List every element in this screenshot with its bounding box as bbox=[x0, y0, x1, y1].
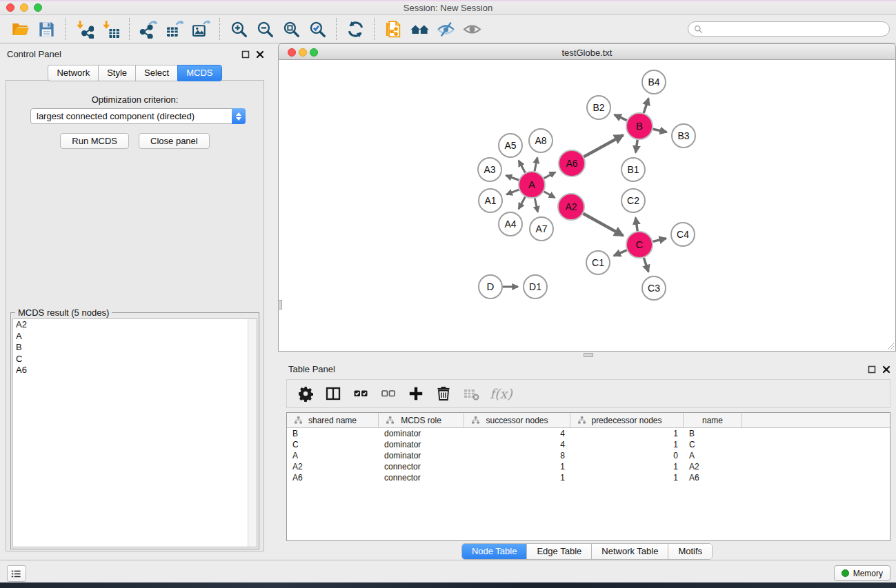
edge-C-C1[interactable] bbox=[614, 250, 627, 256]
tab-node-table[interactable]: Node Table bbox=[462, 544, 528, 559]
tab-network-table[interactable]: Network Table bbox=[592, 544, 668, 559]
edge-A-A7[interactable] bbox=[535, 199, 537, 212]
delete-table-button[interactable] bbox=[459, 382, 483, 405]
open-session-button[interactable] bbox=[7, 17, 33, 41]
function-builder-button[interactable]: f(x) bbox=[490, 386, 512, 401]
table-cell[interactable]: A6 bbox=[684, 472, 742, 483]
zoom-selected-button[interactable] bbox=[304, 17, 330, 41]
node-B4[interactable]: B4 bbox=[642, 70, 666, 94]
table-row[interactable]: A2connector11A2 bbox=[287, 461, 890, 472]
node-A3[interactable]: A3 bbox=[478, 158, 501, 181]
table-cell[interactable]: 4 bbox=[464, 428, 570, 439]
edge-C-C2[interactable] bbox=[635, 218, 637, 231]
vertical-splitter-handle[interactable] bbox=[278, 300, 282, 310]
node-A[interactable]: A bbox=[519, 172, 545, 198]
node-C2[interactable]: C2 bbox=[621, 189, 645, 212]
tab-select[interactable]: Select bbox=[135, 65, 177, 81]
table-cell[interactable]: B bbox=[287, 428, 379, 439]
tab-motifs[interactable]: Motifs bbox=[668, 544, 712, 559]
edge-C-C3[interactable] bbox=[644, 258, 648, 272]
node-A5[interactable]: A5 bbox=[499, 134, 522, 157]
network-graph[interactable]: B4B2BB3A5A8A6A3B1AA1C2A2A4A7C4CC1C3DD1 bbox=[279, 60, 895, 350]
node-A1[interactable]: A1 bbox=[479, 189, 502, 212]
table-cell[interactable]: dominator bbox=[379, 428, 464, 439]
search-input[interactable] bbox=[706, 24, 884, 34]
edge-A-A8[interactable] bbox=[535, 157, 537, 171]
table-cell[interactable]: 1 bbox=[464, 472, 570, 483]
save-session-button[interactable] bbox=[33, 17, 59, 41]
node-D1[interactable]: D1 bbox=[524, 275, 547, 298]
node-B3[interactable]: B3 bbox=[672, 124, 695, 148]
table-cell[interactable]: 0 bbox=[570, 450, 684, 461]
mcds-result-item[interactable]: A2 bbox=[13, 319, 257, 331]
new-network-file-button[interactable] bbox=[380, 17, 406, 41]
node-B2[interactable]: B2 bbox=[587, 96, 610, 119]
table-row[interactable]: Adominator80A bbox=[287, 450, 890, 461]
column-header-shared-name[interactable]: shared name bbox=[287, 413, 379, 427]
select-all-columns-button[interactable] bbox=[349, 382, 372, 405]
edge-A-A5[interactable] bbox=[519, 161, 526, 172]
edge-A6-B[interactable] bbox=[584, 135, 624, 156]
import-table-button[interactable] bbox=[97, 17, 123, 41]
first-neighbors-button[interactable] bbox=[406, 17, 432, 41]
table-row[interactable]: Cdominator41C bbox=[287, 439, 890, 450]
edge-B-B3[interactable] bbox=[653, 129, 667, 132]
tab-style[interactable]: Style bbox=[98, 65, 135, 81]
table-cell[interactable]: 8 bbox=[464, 450, 570, 461]
close-table-panel-icon[interactable] bbox=[882, 364, 890, 372]
table-cell[interactable]: C bbox=[684, 439, 742, 450]
table-cell[interactable]: dominator bbox=[379, 439, 464, 450]
zoom-in-button[interactable] bbox=[226, 17, 252, 41]
zoom-out-button[interactable] bbox=[252, 17, 278, 41]
table-cell[interactable]: A6 bbox=[287, 472, 379, 483]
tab-network[interactable]: Network bbox=[48, 65, 98, 81]
table-row[interactable]: Bdominator41B bbox=[287, 428, 890, 439]
result-scrollbar[interactable] bbox=[248, 319, 257, 547]
node-B1[interactable]: B1 bbox=[621, 158, 645, 181]
task-history-button[interactable] bbox=[7, 565, 26, 582]
table-cell[interactable]: 1 bbox=[570, 439, 684, 450]
run-mcds-button[interactable]: Run MCDS bbox=[60, 133, 129, 149]
edge-A-A4[interactable] bbox=[519, 197, 526, 209]
edge-B-B2[interactable] bbox=[615, 114, 627, 120]
export-network-button[interactable] bbox=[135, 17, 161, 41]
table-cell[interactable]: 1 bbox=[570, 461, 684, 472]
node-C1[interactable]: C1 bbox=[586, 251, 610, 274]
search-box[interactable] bbox=[688, 21, 890, 37]
show-all-button[interactable] bbox=[459, 17, 485, 41]
edge-A-A1[interactable] bbox=[506, 190, 519, 194]
column-header-successor-nodes[interactable]: successor nodes bbox=[464, 413, 570, 427]
edge-A-A6[interactable] bbox=[544, 172, 556, 179]
mcds-result-item[interactable]: C bbox=[13, 354, 257, 365]
unselect-all-columns-button[interactable] bbox=[377, 382, 400, 405]
node-A7[interactable]: A7 bbox=[530, 217, 553, 241]
refresh-button[interactable] bbox=[342, 17, 368, 41]
node-C[interactable]: C bbox=[626, 232, 653, 258]
node-A2[interactable]: A2 bbox=[558, 194, 584, 220]
float-table-panel-icon[interactable] bbox=[868, 364, 876, 372]
node-A4[interactable]: A4 bbox=[499, 212, 522, 236]
horizontal-splitter-handle[interactable] bbox=[584, 353, 593, 357]
close-panel-icon[interactable] bbox=[256, 49, 264, 57]
node-C4[interactable]: C4 bbox=[671, 223, 695, 246]
add-column-button[interactable] bbox=[404, 382, 428, 405]
mcds-result-item[interactable]: A bbox=[13, 331, 257, 343]
table-cell[interactable]: 1 bbox=[464, 461, 570, 472]
edge-B-B1[interactable] bbox=[636, 140, 638, 152]
node-D[interactable]: D bbox=[479, 275, 502, 298]
edge-A-A2[interactable] bbox=[544, 192, 555, 198]
node-B[interactable]: B bbox=[626, 113, 653, 139]
edge-A-A3[interactable] bbox=[506, 175, 519, 180]
tab-mcds[interactable]: MCDS bbox=[177, 65, 221, 81]
edge-A2-C[interactable] bbox=[583, 214, 623, 236]
show-columns-button[interactable] bbox=[321, 382, 345, 405]
table-cell[interactable]: A bbox=[684, 450, 742, 461]
table-cell[interactable]: dominator bbox=[379, 450, 464, 461]
network-window-titlebar[interactable]: testGlobe.txt bbox=[278, 43, 896, 60]
table-cell[interactable]: A bbox=[287, 450, 379, 461]
column-header-name[interactable]: name bbox=[684, 413, 742, 427]
import-network-button[interactable] bbox=[71, 17, 97, 41]
node-C3[interactable]: C3 bbox=[642, 276, 666, 300]
table-cell[interactable]: connector bbox=[379, 461, 464, 472]
zoom-fit-button[interactable] bbox=[278, 17, 304, 41]
